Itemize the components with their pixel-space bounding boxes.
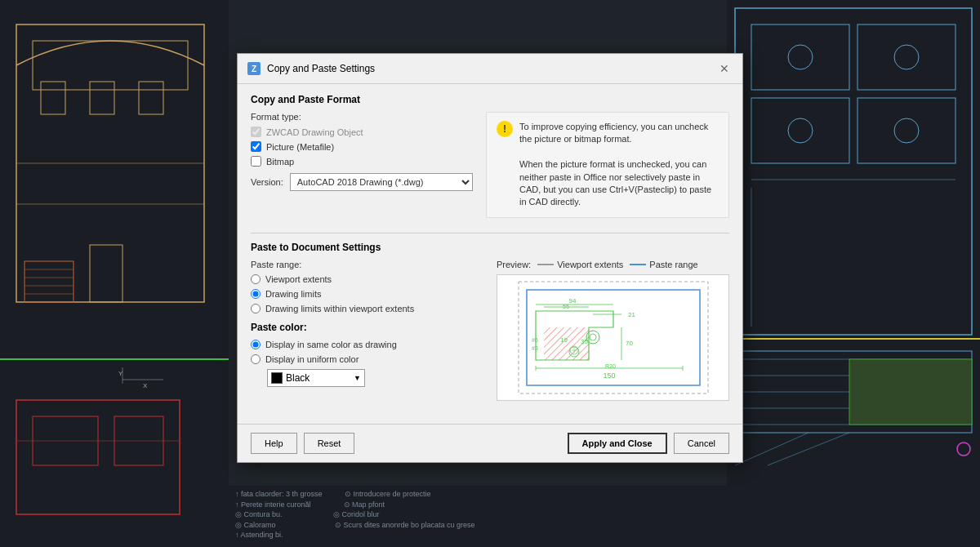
svg-text:94: 94	[568, 297, 576, 305]
version-select[interactable]: AutoCAD 2018 Drawing (*.dwg) AutoCAD 201…	[290, 173, 473, 191]
format-option-zwcad: ZWCAD Drawing Object	[251, 127, 473, 137]
dialog-title-bar: Z Copy and Paste Settings ✕	[238, 54, 742, 84]
dialog-body: Copy and Paste Format Format type: ZWCAD…	[238, 84, 742, 424]
svg-text:150: 150	[603, 371, 615, 380]
dialog-close-button[interactable]: ✕	[716, 60, 733, 77]
radio-uniform-color[interactable]	[251, 354, 261, 364]
paste-range-drawing-limits-viewport-label: Drawing limits within viewport extents	[265, 304, 414, 314]
preview-label: Preview:	[497, 260, 531, 269]
paste-color-uniform-label: Display in uniform color	[265, 354, 359, 364]
format-option-bitmap: Bitmap	[251, 156, 473, 167]
svg-text:70: 70	[626, 340, 633, 347]
legend-paste-line	[630, 264, 646, 265]
paste-color-same: Display in same color as drawing	[251, 340, 483, 349]
paste-left: Paste range: Viewport extents Drawing li…	[251, 260, 483, 401]
color-dropdown-arrow: ▼	[354, 374, 361, 382]
checkbox-bitmap[interactable]	[251, 156, 261, 167]
color-value: Black	[286, 372, 310, 384]
paste-right: Preview: Viewport extents Paste range	[497, 260, 729, 401]
format-section: Copy and Paste Format Format type: ZWCAD…	[251, 94, 729, 218]
footer-left: Help Reset	[251, 433, 354, 454]
legend-paste-item: Paste range	[630, 260, 697, 269]
title-bar-left: Z Copy and Paste Settings	[247, 62, 375, 75]
paste-section: Paste to Document Settings Paste range: …	[251, 242, 729, 407]
preview-box: 94 55 21	[497, 274, 729, 401]
svg-text:55: 55	[563, 304, 569, 309]
paste-range-viewport-label: Viewport extents	[265, 274, 332, 284]
warning-icon: !	[497, 121, 513, 137]
paste-color-group: Paste color: Display in same color as dr…	[251, 322, 483, 387]
checkbox-zwcad[interactable]	[251, 127, 261, 137]
paste-range-drawing-limits-viewport: Drawing limits within viewport extents	[251, 304, 483, 314]
format-info-text: To improve copying efficiency, you can u…	[519, 121, 719, 209]
paste-section-content: Paste range: Viewport extents Drawing li…	[251, 260, 729, 401]
svg-text:#6: #6	[532, 337, 538, 343]
checkbox-picture[interactable]	[251, 141, 261, 152]
paste-range-drawing-limits-label: Drawing limits	[265, 289, 321, 299]
radio-same-color[interactable]	[251, 340, 261, 349]
paste-range-viewport: Viewport extents	[251, 274, 483, 284]
radio-drawing-limits-viewport[interactable]	[251, 304, 261, 314]
paste-color-label: Paste color:	[251, 322, 483, 333]
svg-text:35: 35	[581, 338, 588, 345]
svg-text:19: 19	[560, 336, 568, 344]
format-section-content: Format type: ZWCAD Drawing Object Pictur…	[251, 112, 729, 218]
color-dropdown[interactable]: Black ▼	[267, 369, 365, 387]
legend-viewport-line	[537, 264, 554, 265]
footer-right: Apply and Close Cancel	[568, 433, 729, 454]
section-divider	[251, 233, 729, 233]
reset-button[interactable]: Reset	[304, 433, 355, 454]
paste-section-title: Paste to Document Settings	[251, 242, 729, 253]
preview-label-row: Preview: Viewport extents Paste range	[497, 260, 729, 269]
paste-range-label: Paste range:	[251, 260, 483, 269]
svg-text:21: 21	[628, 311, 635, 318]
paste-range-group: Paste range: Viewport extents Drawing li…	[251, 260, 483, 314]
format-option-bitmap-label: Bitmap	[266, 157, 294, 167]
format-section-title: Copy and Paste Format	[251, 94, 729, 105]
format-option-picture-label: Picture (Metafile)	[266, 142, 334, 152]
paste-range-drawing-limits: Drawing limits	[251, 289, 483, 299]
format-option-picture: Picture (Metafile)	[251, 141, 473, 152]
paste-color-uniform: Display in uniform color	[251, 354, 483, 364]
format-info-box: ! To improve copying efficiency, you can…	[486, 112, 729, 218]
legend-paste-label: Paste range	[649, 260, 697, 269]
format-type-label: Format type:	[251, 112, 473, 122]
apply-close-button[interactable]: Apply and Close	[568, 433, 667, 454]
version-row: Version: AutoCAD 2018 Drawing (*.dwg) Au…	[251, 173, 473, 191]
dialog-app-icon: Z	[247, 62, 261, 75]
color-dropdown-row: Black ▼	[267, 369, 483, 387]
dialog-footer: Help Reset Apply and Close Cancel	[238, 424, 742, 462]
svg-text:#3: #3	[532, 345, 538, 351]
dialog-overlay: Z Copy and Paste Settings ✕ Copy and Pas…	[0, 0, 980, 547]
help-button[interactable]: Help	[251, 433, 297, 454]
paste-color-same-label: Display in same color as drawing	[265, 340, 397, 349]
cancel-button[interactable]: Cancel	[674, 433, 729, 454]
radio-drawing-limits[interactable]	[251, 289, 261, 299]
version-label: Version:	[251, 177, 283, 187]
radio-viewport[interactable]	[251, 274, 261, 284]
color-swatch	[271, 372, 283, 384]
preview-svg: 94 55 21	[515, 278, 711, 397]
dialog-title: Copy and Paste Settings	[267, 63, 375, 74]
legend-viewport-label: Viewport extents	[557, 260, 623, 269]
format-option-zwcad-label: ZWCAD Drawing Object	[266, 127, 363, 137]
copy-paste-settings-dialog: Z Copy and Paste Settings ✕ Copy and Pas…	[237, 53, 743, 463]
format-left: Format type: ZWCAD Drawing Object Pictur…	[251, 112, 473, 218]
legend-viewport-item: Viewport extents	[537, 260, 623, 269]
